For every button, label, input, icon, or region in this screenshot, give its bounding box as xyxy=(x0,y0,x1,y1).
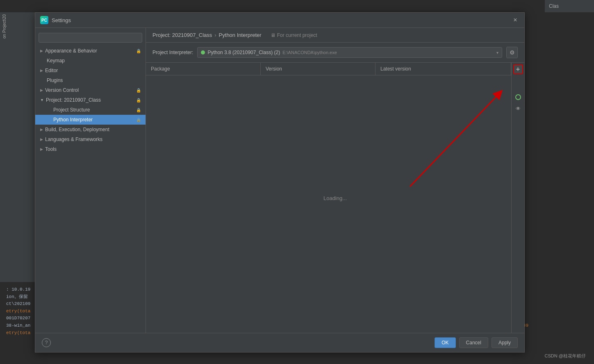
interpreter-path: E:\ANACONDA\python.exe xyxy=(282,50,337,55)
sidebar-item-label: Project: 20210907_Class xyxy=(46,97,101,103)
sidebar-item-keymap[interactable]: Keymap xyxy=(35,56,146,66)
breadcrumb-separator: › xyxy=(214,32,216,38)
sidebar-item-project[interactable]: ▼ Project: 20210907_Class 🔒 xyxy=(35,95,146,105)
add-package-button[interactable]: + xyxy=(513,64,523,74)
sidebar-item-label: Version Control xyxy=(45,87,79,93)
csdn-watermark: CSDN @桂花年糕仔 xyxy=(545,353,586,359)
footer-right: OK Cancel Apply xyxy=(435,337,518,348)
add-button-wrap: + Install Alt+Insert xyxy=(513,64,523,74)
sidebar-item-editor[interactable]: ▶ Editor xyxy=(35,66,146,75)
package-table: Package Version Latest version Loading..… xyxy=(146,63,511,333)
close-button[interactable]: × xyxy=(511,16,519,24)
sidebar-item-build[interactable]: ▶ Build, Execution, Deployment xyxy=(35,125,146,134)
interpreter-gear-button[interactable]: ⚙ xyxy=(506,47,518,58)
vc-lock-icon: 🔒 xyxy=(136,87,141,93)
arrow-right-icon: ▶ xyxy=(40,68,43,73)
interpreter-label: Project Interpreter: xyxy=(152,50,193,55)
dialog-body: 🔍 ▶ Appearance & Behavior 🔒 Keymap ▶ Edi… xyxy=(35,28,524,333)
search-wrap: 🔍 xyxy=(39,33,142,43)
green-status-dot xyxy=(201,50,205,55)
dialog-title-bar: PC Settings × xyxy=(35,13,524,28)
arrow-down-icon: ▼ xyxy=(40,98,44,102)
breadcrumb-for-project: 🖥 For current project xyxy=(271,32,317,38)
sidebar-item-version-control[interactable]: ▶ Version Control 🔒 xyxy=(35,85,146,95)
sidebar-item-label: Appearance & Behavior xyxy=(45,48,97,54)
arrow-right-icon: ▶ xyxy=(40,88,43,92)
search-input[interactable] xyxy=(39,33,142,43)
dialog-title-text: Settings xyxy=(52,17,71,23)
breadcrumb-current: Python Interpreter xyxy=(219,32,262,38)
arrow-right-icon: ▶ xyxy=(40,49,43,53)
sidebar-item-tools[interactable]: ▶ Tools xyxy=(35,144,146,154)
refresh-button[interactable] xyxy=(513,92,523,102)
top-bar-text: Clas xyxy=(549,3,559,9)
left-panel-text: on Project\20 xyxy=(2,14,7,39)
arrow-right-icon: ▶ xyxy=(40,147,43,151)
sidebar-item-languages[interactable]: ▶ Languages & Frameworks xyxy=(35,134,146,144)
dialog-title-left: PC Settings xyxy=(40,16,71,24)
ide-background: Clas on Project\20 : 10.0.19 ion。保留 ct\2… xyxy=(0,0,594,364)
content-area: Project: 20210907_Class › Python Interpr… xyxy=(146,28,524,333)
arrow-right-icon: ▶ xyxy=(40,127,43,132)
search-box-wrap: 🔍 xyxy=(35,31,146,46)
plus-icon: + xyxy=(516,66,520,73)
column-latest-version: Latest version xyxy=(376,63,511,75)
sidebar-item-label: Plugins xyxy=(47,77,63,83)
eye-button[interactable]: 👁 xyxy=(513,104,523,114)
footer-left: ? xyxy=(42,338,51,347)
sidebar-item-label: Editor xyxy=(45,68,58,73)
eye-icon: 👁 xyxy=(516,106,521,111)
ide-top-bar: Clas xyxy=(545,0,594,12)
column-package: Package xyxy=(146,63,261,75)
sidebar-item-label: Keymap xyxy=(47,58,65,64)
cancel-button[interactable]: Cancel xyxy=(459,337,488,348)
sidebar-item-label: Languages & Frameworks xyxy=(45,136,102,142)
sidebar-item-label: Project Structure xyxy=(53,107,90,113)
green-circle-icon xyxy=(515,94,521,100)
right-toolbar: + Install Alt+Insert 👁 xyxy=(511,63,524,333)
sidebar-item-plugins[interactable]: Plugins xyxy=(35,75,146,85)
pycharm-icon: PC xyxy=(40,16,48,24)
arrow-right-icon: ▶ xyxy=(40,137,43,141)
package-table-wrap: Package Version Latest version Loading..… xyxy=(146,63,524,333)
monitor-icon: 🖥 xyxy=(271,32,275,38)
sidebar-item-label: Python Interpreter xyxy=(53,117,93,123)
sidebar-item-python-interpreter[interactable]: Python Interpreter 🔒 xyxy=(35,115,146,125)
sidebar-item-appearance[interactable]: ▶ Appearance & Behavior 🔒 xyxy=(35,46,146,56)
sidebar-item-label: Tools xyxy=(45,146,57,152)
project-lock-icon: 🔒 xyxy=(136,97,141,103)
ok-button[interactable]: OK xyxy=(435,337,455,348)
interpreter-select-box[interactable]: Python 3.8 (20210907_Class) (2) E:\ANACO… xyxy=(197,47,502,58)
sidebar-item-project-structure[interactable]: Project Structure 🔒 xyxy=(35,105,146,115)
appearance-lock-icon: 🔒 xyxy=(136,48,141,54)
dropdown-arrow-icon: ▾ xyxy=(496,50,498,55)
dialog-footer: ? OK Cancel Apply xyxy=(35,333,524,352)
settings-dialog: PC Settings × 🔍 ▶ xyxy=(35,12,525,353)
loading-indicator: Loading... xyxy=(323,195,347,201)
help-button[interactable]: ? xyxy=(42,338,51,347)
apply-button[interactable]: Apply xyxy=(492,337,518,348)
sidebar-item-label: Build, Execution, Deployment xyxy=(45,127,109,132)
breadcrumb-bar: Project: 20210907_Class › Python Interpr… xyxy=(146,28,524,43)
gear-icon: ⚙ xyxy=(510,49,515,56)
breadcrumb-project: Project: 20210907_Class xyxy=(152,32,212,38)
column-version: Version xyxy=(261,63,376,75)
for-project-text: For current project xyxy=(277,32,317,38)
interpreter-lock-icon: 🔒 xyxy=(136,117,141,123)
structure-lock-icon: 🔒 xyxy=(136,107,141,113)
interpreter-bar: Project Interpreter: Python 3.8 (2021090… xyxy=(146,43,524,63)
table-header: Package Version Latest version xyxy=(146,63,511,75)
settings-sidebar: 🔍 ▶ Appearance & Behavior 🔒 Keymap ▶ Edi… xyxy=(35,28,146,333)
interpreter-name: Python 3.8 (20210907_Class) (2) xyxy=(207,50,280,55)
